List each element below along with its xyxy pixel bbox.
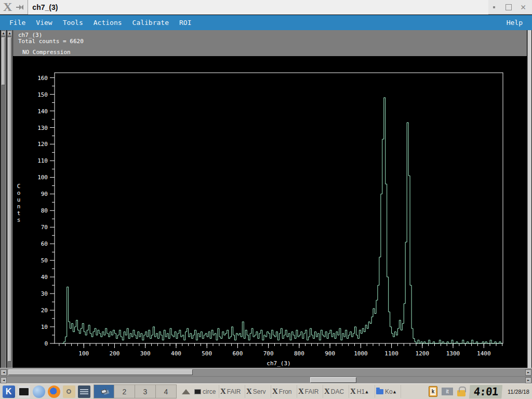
svg-text:500: 500 (202, 350, 212, 357)
task-h1[interactable]: XH1▲ (349, 385, 375, 398)
svg-text:1000: 1000 (354, 350, 368, 357)
mascot-icon (33, 385, 45, 398)
notes-icon (78, 385, 90, 398)
svg-text:160: 160 (37, 75, 48, 82)
keyboard-layout-indicator[interactable]: it (442, 388, 453, 395)
menu-tools[interactable]: Tools (58, 19, 88, 26)
lock-icon[interactable] (457, 390, 466, 396)
shade-arrow-icon: ▲ (393, 389, 396, 394)
vertical-scrollbar-1[interactable]: ▲ (1, 30, 6, 368)
desktop-pager: 234 (94, 384, 177, 398)
scrollbar-thumb[interactable] (2, 37, 5, 85)
menu-roi[interactable]: ROI (174, 19, 196, 26)
klipper-icon[interactable]: k (429, 386, 437, 397)
maximize-button[interactable] (503, 2, 514, 12)
menu-view[interactable]: View (31, 19, 57, 26)
date: 11/28/18 (506, 389, 531, 395)
svg-text:60: 60 (41, 241, 48, 247)
horizontal-scrollbar-zone: ◄ ► ◄ ► (0, 368, 532, 383)
task-fair[interactable]: XFAIR (297, 385, 323, 398)
task-dac[interactable]: XDAC (323, 385, 349, 398)
svg-text:100: 100 (37, 174, 48, 181)
window-title: ch7_(3) (28, 0, 488, 15)
x-icon: X (272, 387, 278, 396)
task-circe[interactable]: circe (193, 385, 219, 398)
map-icon (63, 385, 75, 398)
notes-launcher[interactable] (77, 384, 91, 398)
desktop-3[interactable]: 3 (135, 384, 156, 398)
task-fair[interactable]: XFAIR (219, 385, 245, 398)
svg-text:140: 140 (37, 108, 48, 115)
x-icon: X (220, 387, 226, 396)
svg-text:600: 600 (232, 350, 243, 357)
window-border-strip (527, 30, 531, 368)
kmenu-button[interactable]: K (2, 384, 16, 398)
svg-text:800: 800 (294, 350, 304, 357)
clock[interactable]: 4:01 (469, 385, 502, 398)
task-label: Ko (385, 388, 393, 395)
horizontal-scrollbar-1[interactable]: ◄ ► (0, 369, 532, 376)
firefox-launcher[interactable] (47, 384, 61, 398)
svg-text:40: 40 (41, 274, 48, 281)
terminal-icon (194, 389, 201, 394)
menu-calibrate[interactable]: Calibrate (127, 19, 174, 26)
system-tray: k it 4:01 11/28/18 (429, 385, 531, 398)
close-button[interactable]: ✕ (517, 2, 529, 12)
svg-text:80: 80 (41, 207, 48, 214)
svg-text:110: 110 (37, 157, 48, 164)
scroll-up-icon[interactable]: ▲ (1, 31, 6, 36)
menu-file[interactable]: File (4, 19, 31, 26)
svg-text:ch7_(3): ch7_(3) (267, 360, 290, 367)
pin-icon[interactable] (15, 3, 25, 12)
x-icon: X (298, 387, 304, 396)
scrollbar-thumb[interactable] (8, 37, 11, 362)
menu-help[interactable]: Help (501, 19, 532, 26)
svg-text:1300: 1300 (446, 350, 460, 357)
scroll-right-icon[interactable]: ► (525, 369, 531, 376)
menu-actions[interactable]: Actions (88, 19, 127, 26)
task-serv[interactable]: XServ (245, 385, 271, 398)
task-ko[interactable]: Ko▲ (375, 385, 401, 398)
desktop-1[interactable] (94, 384, 114, 398)
task-label: Serv (253, 388, 266, 395)
scroll-left-icon[interactable]: ◄ (1, 377, 7, 383)
spectrum-info-panel: ch7_(3) Total counts = 6620 NO Compressi… (13, 30, 527, 56)
compression-status: NO Compression (18, 49, 527, 56)
mascot-launcher[interactable] (32, 384, 46, 398)
x-icon: X (350, 387, 356, 396)
vertical-scrollbar-2[interactable]: ▲ (7, 30, 12, 368)
task-label: H1 (357, 388, 365, 395)
map-launcher[interactable] (62, 384, 76, 398)
x11-logo-icon: X (0, 1, 15, 14)
terminal-launcher[interactable] (17, 384, 31, 398)
scrollbar-thumb[interactable] (8, 369, 193, 375)
menu-items: FileViewToolsActionsCalibrateROI (0, 19, 197, 26)
scrollbar-thumb[interactable] (310, 377, 356, 383)
x-icon: X (324, 387, 330, 396)
scroll-right-icon[interactable]: ► (525, 377, 531, 383)
menu-bar: FileViewToolsActionsCalibrateROI Help (0, 15, 532, 30)
task-label: FAIR (227, 388, 241, 395)
scroll-left-icon[interactable]: ◄ (1, 369, 7, 376)
shade-arrow-icon: ▲ (365, 389, 368, 394)
minimize-button[interactable] (488, 2, 500, 12)
scroll-up-icon[interactable]: ▲ (7, 31, 12, 36)
task-label: circe (203, 388, 216, 395)
x-icon: X (246, 387, 252, 396)
svg-text:70: 70 (41, 224, 48, 231)
desktop-4[interactable]: 4 (156, 384, 177, 398)
svg-text:50: 50 (41, 257, 48, 264)
histogram-chart: 1002003004005006007008009001000110012001… (13, 56, 527, 368)
desktop-2[interactable]: 2 (114, 384, 135, 398)
svg-text:1400: 1400 (477, 350, 491, 357)
task-fron[interactable]: XFron (271, 385, 297, 398)
svg-text:90: 90 (41, 191, 48, 197)
horizontal-scrollbar-2[interactable]: ◄ ► (0, 376, 532, 383)
taskbar: K 234 circeXFAIRXServXFronXFAIRXDACXH1▲K… (0, 383, 532, 399)
svg-text:150: 150 (37, 91, 48, 98)
terminal-icon (18, 385, 30, 398)
show-desktop-icon[interactable] (182, 389, 190, 394)
svg-text:30: 30 (41, 290, 48, 297)
firefox-icon (48, 385, 60, 398)
total-counts: Total counts = 6620 (18, 38, 527, 45)
